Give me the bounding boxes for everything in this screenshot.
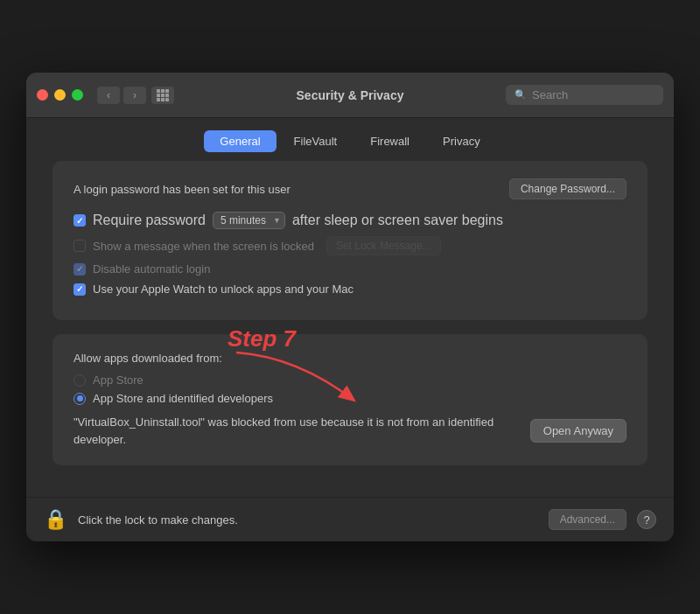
tab-privacy[interactable]: Privacy [427, 130, 496, 152]
show-message-checkbox [74, 240, 86, 252]
require-password-row: Require password 5 minutes ▼ after sleep… [74, 212, 626, 229]
minimize-button[interactable] [54, 89, 66, 101]
back-button[interactable]: ‹ [97, 87, 120, 104]
require-password-suffix: after sleep or screen saver begins [292, 213, 503, 228]
main-window: ‹ › Security & Privacy 🔍 General FileVau… [26, 73, 674, 541]
content-area: A login password has been set for this u… [26, 161, 674, 497]
disable-autologin-checkbox [74, 263, 86, 276]
blocked-text: "VirtualBox_Uninstall.tool" was blocked … [74, 414, 516, 448]
grid-view-button[interactable] [151, 87, 174, 104]
radio-app-store-developers-row: App Store and identified developers [74, 392, 626, 405]
lock-icon[interactable]: 🔒 [44, 508, 67, 531]
allow-apps-card: Allow apps downloaded from: App Store Ap… [52, 334, 648, 465]
advanced-button[interactable]: Advanced... [549, 509, 626, 530]
login-password-row: A login password has been set for this u… [74, 178, 626, 199]
change-password-button[interactable]: Change Password... [509, 178, 626, 199]
apple-watch-row: Use your Apple Watch to unlock apps and … [74, 283, 626, 296]
password-time-dropdown-wrapper: 5 minutes ▼ [213, 212, 285, 229]
forward-button[interactable]: › [123, 87, 146, 104]
tab-general[interactable]: General [204, 130, 276, 152]
search-input[interactable] [532, 88, 654, 101]
tabs-row: General FileVault Firewall Privacy [26, 118, 674, 161]
password-time-dropdown[interactable]: 5 minutes [213, 212, 285, 229]
show-message-label: Show a message when the screen is locked [93, 240, 314, 253]
show-message-row: Show a message when the screen is locked… [74, 236, 626, 255]
help-button[interactable]: ? [637, 510, 656, 529]
set-lock-message-button: Set Lock Message... [326, 236, 441, 255]
nav-buttons: ‹ › [97, 87, 146, 104]
grid-icon [157, 89, 169, 101]
titlebar: ‹ › Security & Privacy 🔍 [26, 73, 674, 118]
login-password-text: A login password has been set for this u… [74, 183, 290, 196]
window-title: Security & Privacy [297, 88, 404, 102]
bottom-bar: 🔒 Click the lock to make changes. Advanc… [26, 497, 674, 541]
apple-watch-label: Use your Apple Watch to unlock apps and … [93, 283, 354, 296]
radio-app-store-row: App Store [74, 373, 626, 387]
apple-watch-checkbox[interactable] [74, 283, 86, 296]
blocked-row: "VirtualBox_Uninstall.tool" was blocked … [74, 414, 626, 448]
step7-text: Step 7 [228, 325, 296, 352]
open-anyway-button[interactable]: Open Anyway [530, 419, 626, 443]
maximize-button[interactable] [72, 89, 83, 101]
search-icon: 🔍 [514, 89, 527, 101]
traffic-lights [37, 89, 83, 101]
search-bar[interactable]: 🔍 [506, 85, 663, 105]
close-button[interactable] [37, 89, 48, 101]
radio-app-store-label: App Store [93, 373, 144, 387]
allow-apps-title: Allow apps downloaded from: [74, 352, 626, 365]
tab-filevault[interactable]: FileVault [278, 130, 354, 152]
tab-firewall[interactable]: Firewall [354, 130, 425, 152]
require-password-checkbox[interactable] [74, 214, 86, 227]
login-password-card: A login password has been set for this u… [52, 161, 648, 320]
require-password-label: Require password [93, 213, 206, 228]
radio-app-store-developers-label: App Store and identified developers [93, 392, 273, 405]
lock-text: Click the lock to make changes. [78, 513, 538, 527]
disable-autologin-row: Disable automatic login [74, 262, 626, 276]
radio-app-store-developers-button[interactable] [74, 393, 86, 405]
radio-app-store-button [74, 374, 86, 387]
disable-autologin-label: Disable automatic login [93, 262, 210, 276]
